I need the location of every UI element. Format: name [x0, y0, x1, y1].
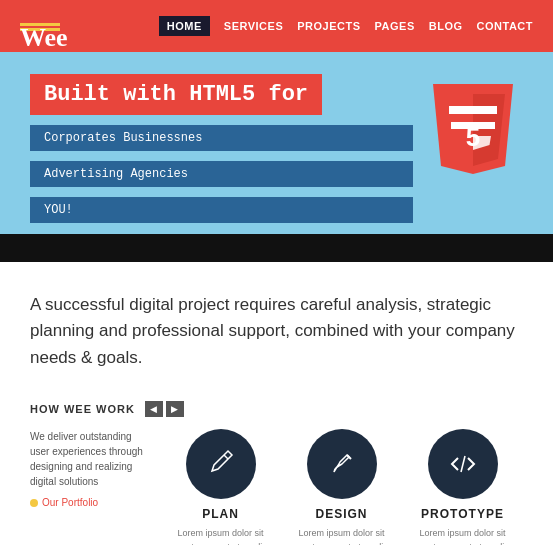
svg-line-9 [461, 456, 465, 472]
design-desc: Lorem ipsum dolor sit amet, consect etur… [287, 527, 397, 545]
prototype-column: PROTOTYPE Lorem ipsum dolor sit amet, co… [408, 429, 518, 545]
design-icon-circle [307, 429, 377, 499]
design-column: DESIGN Lorem ipsum dolor sit amet, conse… [287, 429, 397, 545]
icons-row: PLAN Lorem ipsum dolor sit amet, consect… [160, 429, 523, 545]
prototype-icon-circle [428, 429, 498, 499]
svg-rect-2 [449, 106, 497, 114]
tagline-section: A successful digital project requires ca… [0, 262, 553, 391]
nav-pages[interactable]: PAGES [375, 20, 415, 32]
portfolio-link[interactable]: Our Portfolio [30, 497, 150, 508]
brush-icon [327, 449, 357, 479]
nav-arrows: ◀ ▶ [145, 401, 184, 417]
hero-tag-you[interactable]: YOU! [30, 197, 413, 223]
how-section: HOW WEE WORK ◀ ▶ We deliver outstanding … [0, 391, 553, 545]
hero-content: Built with HTML5 for Corporates Business… [30, 74, 413, 229]
navigation: HOME SERVICES PROJECTS PAGES BLOG CONTAC… [159, 16, 533, 36]
how-body: We deliver outstanding user experiences … [30, 429, 523, 545]
logo: Wee [20, 21, 60, 31]
nav-services[interactable]: SERVICES [224, 20, 283, 32]
plan-desc: Lorem ipsum dolor sit amet, consect etur… [166, 527, 276, 545]
plan-label: PLAN [202, 507, 239, 521]
prototype-desc: Lorem ipsum dolor sit amet, consect etur… [408, 527, 518, 545]
arrow-left-button[interactable]: ◀ [145, 401, 163, 417]
plan-column: PLAN Lorem ipsum dolor sit amet, consect… [166, 429, 276, 545]
svg-line-7 [224, 455, 228, 459]
logo-text: Wee [20, 23, 60, 26]
nav-projects[interactable]: PROJECTS [297, 20, 360, 32]
how-title: HOW WEE WORK [30, 403, 135, 415]
prototype-label: PROTOTYPE [421, 507, 504, 521]
svg-text:5: 5 [466, 122, 480, 152]
how-text-column: We deliver outstanding user experiences … [30, 429, 160, 545]
arrow-right-button[interactable]: ▶ [166, 401, 184, 417]
hero-section: Built with HTML5 for Corporates Business… [0, 52, 553, 262]
code-icon [448, 449, 478, 479]
nav-home[interactable]: HOME [159, 16, 210, 36]
ground-silhouette [0, 234, 553, 262]
nav-contact[interactable]: CONTACT [477, 20, 533, 32]
hero-tag-corporates[interactable]: Corporates Businessnes [30, 125, 413, 151]
portfolio-dot-icon [30, 499, 38, 507]
how-header: HOW WEE WORK ◀ ▶ [30, 401, 523, 417]
pencil-icon [206, 449, 236, 479]
design-label: DESIGN [315, 507, 367, 521]
html5-badge-container: 5 [433, 84, 523, 174]
hero-tag-advertising[interactable]: Advertising Agencies [30, 161, 413, 187]
hero-tags: Corporates Businessnes Advertising Agenc… [30, 125, 413, 229]
portfolio-link-text: Our Portfolio [42, 497, 98, 508]
header: Wee HOME SERVICES PROJECTS PAGES BLOG CO… [0, 0, 553, 52]
nav-blog[interactable]: BLOG [429, 20, 463, 32]
tagline-text: A successful digital project requires ca… [30, 292, 523, 371]
hero-title: Built with HTML5 for [30, 74, 322, 115]
plan-icon-circle [186, 429, 256, 499]
html5-badge-icon: 5 [433, 84, 513, 174]
how-description: We deliver outstanding user experiences … [30, 429, 150, 489]
